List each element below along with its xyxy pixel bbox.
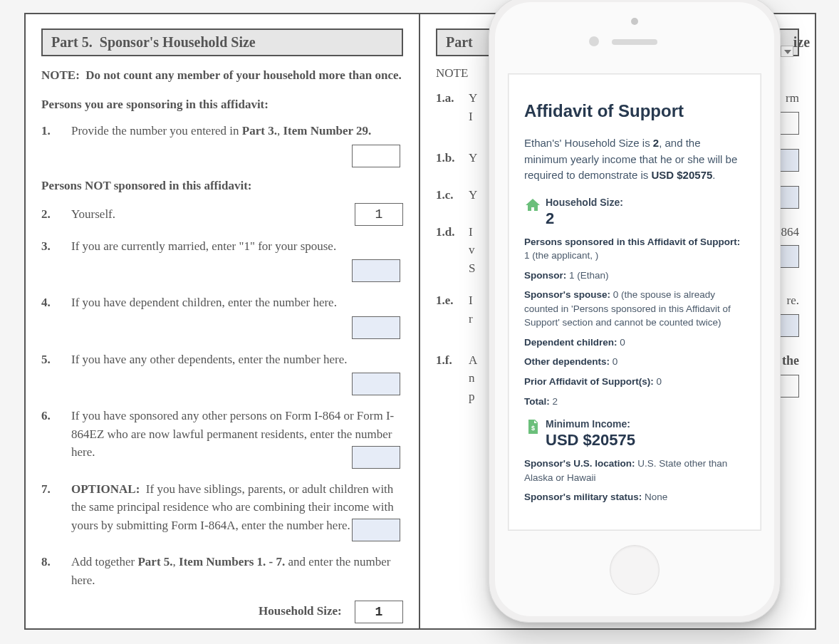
line-other: Other dependents: 0 [524, 355, 745, 369]
not-sponsored-subhead: Persons NOT sponsored in this affidavit: [41, 179, 403, 193]
item-1f-num: 1.f. [436, 351, 469, 370]
dropdown-caret-icon[interactable] [781, 46, 793, 57]
item-1-text-d: Item Number 29. [283, 124, 371, 137]
item-4-label: If you have dependent children, enter th… [71, 296, 337, 309]
item-8-d: Item Numbers 1. - 7. [179, 555, 285, 568]
item-1-input[interactable] [352, 145, 400, 167]
l6v: 0 [654, 376, 662, 387]
item-4-number: 4. [41, 294, 71, 339]
intro-b: 2 [653, 137, 659, 149]
phone-content: Affidavit of Support Ethan's' Household … [509, 74, 761, 519]
l5b: Other dependents: [524, 356, 610, 367]
item-1d-num: 1.d. [436, 223, 469, 242]
phone-camera-icon [631, 18, 638, 25]
phone-speaker-icon [612, 39, 657, 45]
l5v: 0 [610, 356, 617, 367]
item-7: 7. OPTIONAL: If you have siblings, paren… [41, 480, 403, 542]
line-location: Sponsor's U.S. location: U.S. State othe… [524, 457, 745, 484]
item-3-label: If you are currently married, enter "1" … [71, 239, 336, 253]
item-3-input[interactable] [352, 259, 400, 282]
item-8: 8. Add together Part 5., Item Numbers 1.… [41, 553, 403, 589]
l4v: 0 [617, 337, 625, 348]
household-value: 2 [546, 209, 623, 228]
l6b: Prior Affidavit of Support(s): [524, 376, 654, 387]
l8b: Sponsor's U.S. location: [524, 458, 635, 469]
phone-screen[interactable]: Affidavit of Support Ethan's' Household … [508, 73, 761, 531]
home-icon [524, 197, 546, 214]
item-1-text-b: Part 3. [242, 124, 277, 137]
l9v: None [642, 492, 667, 502]
item-4: 4. If you have dependent children, enter… [41, 294, 403, 339]
intro-d: USD $20575 [651, 169, 712, 181]
item-6-input[interactable] [352, 446, 400, 469]
line-prior: Prior Affidavit of Support(s): 0 [524, 375, 745, 389]
item-8-c: , [173, 555, 179, 568]
item-8-a: Add together [71, 555, 137, 568]
form-page-left: Part 5. Sponsor's Household Size NOTE: D… [26, 14, 420, 628]
item-5-number: 5. [41, 350, 71, 396]
svg-text:$: $ [531, 425, 535, 432]
household-label: Household Size: [546, 197, 623, 208]
intro-e: . [712, 169, 715, 181]
item-1-text-a: Provide the number you entered in [71, 124, 242, 137]
item-7-optional: OPTIONAL: [71, 482, 140, 496]
l7b: Total: [524, 396, 550, 407]
line-spouse: Sponsor's spouse: 0 (the spouse is alrea… [524, 288, 745, 330]
household-size-label: Household Size: [259, 604, 342, 618]
line-military: Sponsor's military status: None [524, 490, 745, 504]
item-1-text: Provide the number you entered in Part 3… [71, 122, 403, 167]
intro-a: Ethan's' Household Size is [524, 137, 653, 149]
item-4-text: If you have dependent children, enter th… [71, 294, 403, 339]
item-2: 2. Yourself. 1 [41, 203, 403, 226]
phone-mockup: Affidavit of Support Ethan's' Household … [489, 0, 781, 623]
part5-note: NOTE: Do not count any member of your ho… [41, 66, 403, 85]
item-8-text: Add together Part 5., Item Numbers 1. - … [71, 553, 403, 589]
l2b: Sponsor: [524, 270, 566, 281]
item-5: 5. If you have any other dependents, ent… [41, 350, 403, 396]
item-5-label: If you have any other dependents, enter … [71, 353, 348, 366]
item-1b-num: 1.b. [436, 149, 469, 167]
l9b: Sponsor's military status: [524, 492, 642, 502]
l1b: Persons sponsored in this Affidavit of S… [524, 237, 740, 247]
item-3-number: 3. [41, 237, 71, 283]
item-2-number: 2. [41, 205, 71, 224]
item-5-input[interactable] [352, 373, 400, 395]
household-size-input[interactable]: 1 [355, 601, 403, 623]
phone-body: Affidavit of Support Ethan's' Household … [495, 2, 774, 616]
affidavit-intro: Ethan's' Household Size is 2, and the mi… [524, 135, 745, 184]
line-total: Total: 2 [524, 395, 745, 409]
l1v: 1 (the applicant, ) [524, 250, 598, 261]
item-3-text: If you are currently married, enter "1" … [71, 237, 403, 283]
item-1e-num: 1.e. [436, 291, 469, 310]
l2v: 1 (Ethan) [566, 270, 608, 281]
phone-top [495, 2, 774, 71]
part5-header: Part 5. Sponsor's Household Size [41, 28, 403, 56]
item-7-number: 7. [41, 480, 71, 542]
household-size-line: Household Size: 1 [41, 601, 403, 623]
item-8-number: 8. [41, 553, 71, 589]
line-sponsor: Sponsor: 1 (Ethan) [524, 269, 745, 283]
sponsoring-subhead: Persons you are sponsoring in this affid… [41, 98, 403, 112]
item-7-text: OPTIONAL: If you have siblings, parents,… [71, 480, 403, 542]
item-2-input[interactable]: 1 [355, 203, 403, 226]
affidavit-title: Affidavit of Support [524, 101, 745, 121]
household-stat: Household Size: 2 [524, 197, 745, 228]
line-sponsored: Persons sponsored in this Affidavit of S… [524, 235, 745, 263]
l7v: 2 [550, 396, 558, 407]
document-dollar-icon: $ [524, 418, 546, 435]
item-7-input[interactable] [352, 519, 400, 541]
item-4-input[interactable] [352, 316, 400, 339]
income-label: Minimum Income: [546, 418, 635, 430]
item-1-number: 1. [41, 122, 71, 167]
item-1: 1. Provide the number you entered in Par… [41, 122, 403, 167]
phone-home-button[interactable] [610, 545, 660, 595]
phone-sensor-icon [589, 36, 599, 46]
item-1a-num: 1.a. [436, 89, 469, 108]
item-5-text: If you have any other dependents, enter … [71, 350, 403, 396]
item-3: 3. If you are currently married, enter "… [41, 237, 403, 283]
income-stat: $ Minimum Income: USD $20575 [524, 418, 745, 450]
item-2-text: Yourself. [71, 205, 352, 224]
item-1c-num: 1.c. [436, 186, 469, 204]
l3b: Sponsor's spouse: [524, 289, 610, 300]
line-children: Dependent children: 0 [524, 336, 745, 350]
